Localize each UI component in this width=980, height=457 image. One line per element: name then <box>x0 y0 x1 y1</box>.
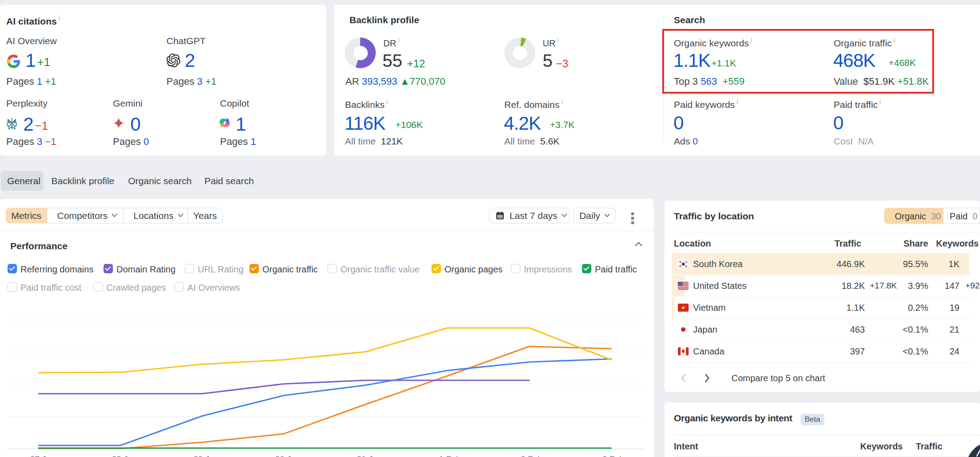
svg-text:3 Feb: 3 Feb <box>602 454 624 457</box>
svg-text:28 Jan: 28 Jan <box>112 454 137 457</box>
svg-text:30 Jan: 30 Jan <box>275 454 300 457</box>
svg-text:27 Jan: 27 Jan <box>30 454 55 457</box>
svg-text:2 Feb: 2 Feb <box>521 454 543 457</box>
svg-text:29 Jan: 29 Jan <box>193 454 219 457</box>
svg-text:31 Jan: 31 Jan <box>357 454 382 457</box>
svg-text:1 Feb: 1 Feb <box>439 454 461 457</box>
